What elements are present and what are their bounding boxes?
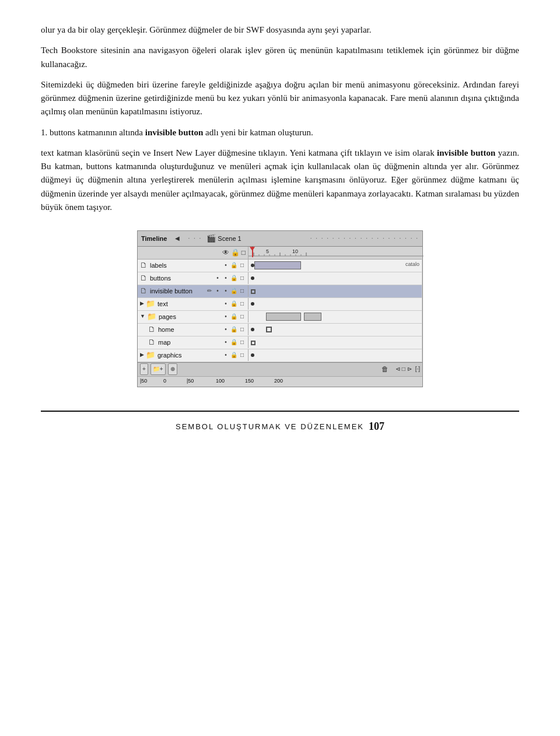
- keyframe-dot-b: [251, 276, 254, 280]
- ruler-ticks: [249, 247, 424, 257]
- frame-block-pages: [266, 313, 301, 321]
- layer-page-icon-home: 🗋: [148, 324, 156, 335]
- layer-folder-icon-pages: 📁: [147, 311, 156, 323]
- frame-block-pages2: [304, 313, 321, 321]
- layer-row-invisible-button[interactable]: 🗋 invisible button ✏ • • 🔒 □: [138, 285, 422, 298]
- frame-block-labels: [254, 261, 301, 269]
- layer-folder-icon-text: 📁: [146, 298, 155, 310]
- paragraph-5: text katman klasörünü seçin ve Insert Ne…: [41, 146, 519, 214]
- loop-btn: [·]: [415, 365, 420, 374]
- layer-row-text[interactable]: ▶ 📁 text • 🔒 □: [138, 298, 422, 311]
- layer-controls-home: • 🔒 □: [222, 325, 247, 334]
- layer-row-map[interactable]: 🗋 map • 🔒 □: [138, 337, 422, 349]
- layer-controls-ib: ✏ • • 🔒 □: [206, 286, 247, 296]
- dot-map: •: [222, 338, 229, 347]
- timeline-cell-labels: catalo: [249, 259, 422, 272]
- outline-home: □: [239, 325, 246, 334]
- layer-name-cell-home: 🗋 home • 🔒 □: [138, 324, 249, 335]
- ruler-bottom-0: 0: [163, 377, 166, 385]
- timeline-ruler: 👁 🔒 □ 5 10: [138, 247, 422, 260]
- lock-map: 🔒: [230, 338, 237, 347]
- layer-name-cell-graphics: ▶ 📁 graphics • 🔒 □: [138, 349, 249, 361]
- layer-page-icon-ib: 🗋: [140, 285, 148, 297]
- layer-name-cell-labels: 🗋 labels • 🔒 □: [138, 260, 249, 271]
- timeline-cell-map: [249, 336, 422, 349]
- timeline-header: Timeline ◀ · · · 🎬 Scene 1 · · · · · · ·…: [138, 231, 422, 247]
- group-arrow-graphics: ▶: [140, 351, 144, 359]
- timeline-title: Timeline: [141, 234, 167, 244]
- layer-name-cell-map: 🗋 map • 🔒 □: [138, 337, 249, 348]
- keyframe-dot-graphics: [251, 353, 254, 357]
- timeline-cell-graphics: [249, 349, 422, 362]
- layer-page-icon-buttons: 🗋: [140, 272, 148, 284]
- layer-name-cell-text: ▶ 📁 text • 🔒 □: [138, 298, 249, 310]
- bottom-ruler-nums: |50 0 |50 100 150 200: [140, 376, 422, 387]
- eye-icon: 👁: [222, 247, 229, 258]
- ruler-bottom-200: 200: [274, 377, 283, 385]
- lock-graphics: 🔒: [230, 351, 237, 360]
- dot-home: •: [222, 325, 229, 334]
- layer-header-icons: 👁 🔒 □: [138, 247, 249, 259]
- layer-label-home: home: [158, 325, 174, 335]
- layer-label-invisible-button: invisible button: [150, 286, 192, 296]
- dot2-ib: •: [222, 286, 229, 296]
- timeline-top-dots: · · · · · · · · · · · · · · · · · · · ·: [310, 234, 419, 243]
- ruler-bottom-50-neg: |50: [140, 377, 147, 385]
- dot-pages: •: [222, 312, 229, 321]
- layer-folder-icon-graphics: 📁: [146, 349, 155, 361]
- keyframe-dot-home: [251, 328, 254, 331]
- dot-text: •: [222, 299, 229, 309]
- layer-controls-text: • 🔒 □: [222, 299, 247, 309]
- add-folder-btn[interactable]: 📁+: [150, 363, 166, 375]
- timeline-cell-pages: [249, 310, 422, 323]
- outline-graphics: □: [239, 351, 246, 360]
- layer-name-cell-buttons: 🗋 buttons • • 🔒 □: [138, 272, 249, 284]
- lock-dot: 🔒: [230, 261, 237, 270]
- group-arrow-pages: ▼: [140, 313, 145, 321]
- layer-controls-pages: • 🔒 □: [222, 312, 247, 321]
- empty-keyframe-home: [266, 327, 272, 332]
- visibility-dot: •: [222, 261, 229, 270]
- add-motion-btn[interactable]: ⊕: [168, 363, 177, 375]
- dot-graphics: •: [222, 351, 229, 360]
- layer-page-icon-map: 🗋: [148, 337, 156, 348]
- layer-row-home[interactable]: 🗋 home • 🔒 □: [138, 324, 422, 337]
- frame-controls: ⊲ □ ⊳: [396, 365, 412, 374]
- layer-label-text: text: [158, 299, 168, 309]
- frame-ruler: 5 10: [249, 247, 422, 257]
- paragraph-1: olur ya da bir olay gerçekleşir. Görünme…: [41, 23, 519, 37]
- delete-layer-btn[interactable]: 🗑: [382, 364, 388, 375]
- layer-name-cell-pages: ▼ 📁 pages • 🔒 □: [138, 311, 249, 323]
- page-content: olur ya da bir olay gerçekleşir. Görünme…: [41, 23, 519, 214]
- layer-label-buttons: buttons: [150, 274, 171, 283]
- timeline-footer-right: ⊲ □ ⊳ [·]: [396, 365, 420, 374]
- timeline-container: Timeline ◀ · · · 🎬 Scene 1 · · · · · · ·…: [41, 230, 519, 387]
- paragraph-2: Tech Bookstore sitesinin ana navigasyon …: [41, 44, 519, 71]
- ruler-bottom-50: |50: [187, 377, 194, 385]
- layer-label-labels: labels: [150, 261, 167, 271]
- layer-row-buttons[interactable]: 🗋 buttons • • 🔒 □: [138, 272, 422, 285]
- layer-label-graphics: graphics: [158, 351, 182, 360]
- layer-controls-buttons: • • 🔒 □: [214, 274, 247, 283]
- timeline-cell-text: [249, 297, 422, 310]
- page-number: 107: [369, 419, 384, 435]
- paragraph-4: 1. buttons katmanının altında invisible …: [41, 126, 519, 139]
- lock-pages: 🔒: [230, 312, 237, 321]
- lock-home: 🔒: [230, 325, 237, 334]
- outline-ib: □: [239, 286, 246, 296]
- empty-keyframe-map: [251, 341, 256, 345]
- layer-label-pages: pages: [159, 312, 176, 322]
- timeline-dots: · · ·: [188, 234, 202, 243]
- outline-text: □: [239, 299, 246, 309]
- layer-row-graphics[interactable]: ▶ 📁 graphics • 🔒 □: [138, 349, 422, 362]
- dot-ib: •: [214, 286, 221, 296]
- pencil-ib: ✏: [206, 286, 213, 296]
- add-layer-btn[interactable]: +: [140, 363, 148, 375]
- outline-pages: □: [239, 312, 246, 321]
- lock-ib: 🔒: [230, 286, 237, 296]
- layer-controls-labels: • 🔒 □: [222, 261, 247, 270]
- timeline-cell-home: [249, 323, 422, 336]
- ruler-bottom-150: 150: [245, 377, 254, 385]
- layer-row-labels[interactable]: 🗋 labels • 🔒 □ catalo: [138, 260, 422, 272]
- layer-row-pages[interactable]: ▼ 📁 pages • 🔒 □: [138, 311, 422, 324]
